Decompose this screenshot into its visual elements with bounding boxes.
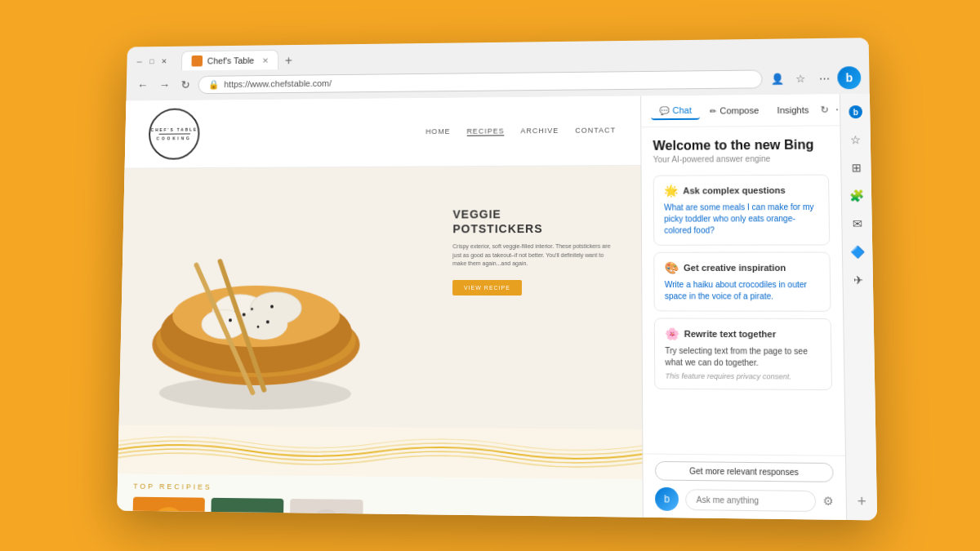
bing-sidebar: 💬 Chat ✏ Compose Insights ↻ ⋯ ✕ Welcome …: [640, 94, 846, 520]
logo-sub: COOKING: [157, 136, 192, 140]
svg-rect-18: [132, 496, 205, 517]
feature-header-1: 🌟 Ask complex questions: [664, 183, 818, 197]
sidebar-footer: Get more relevant responses b ⚙: [643, 453, 846, 519]
tab-title: Chef's Table: [207, 56, 255, 65]
tab-compose-label: Compose: [719, 105, 759, 115]
minimize-button[interactable]: ─: [135, 56, 145, 66]
site-header: CHEF'S TABLE COOKING HOME RECIPES ARCHIV…: [125, 96, 641, 168]
feature-link-2[interactable]: Write a haiku about crocodiles in outer …: [665, 279, 820, 303]
feature-text-3: Try selecting text from the page to see …: [665, 344, 821, 368]
compose-icon: ✏: [710, 106, 716, 115]
welcome-title: Welcome to the new Bing: [653, 137, 828, 153]
welcome-subtitle: Your AI-powered answer engine: [653, 153, 829, 163]
chat-icon: 💬: [659, 105, 669, 114]
feature-title-1: Ask complex questions: [683, 184, 785, 195]
tab-chat[interactable]: 💬 Chat: [651, 101, 700, 119]
tab-insights[interactable]: Insights: [768, 101, 817, 118]
svg-point-20: [158, 513, 178, 518]
sidebar-content: Welcome to the new Bing Your AI-powered …: [641, 126, 845, 455]
add-edge-icon[interactable]: +: [849, 489, 874, 513]
feature-card-creative: 🎨 Get creative inspiration Write a haiku…: [653, 251, 831, 311]
browser-window: ─ □ ✕ Chef's Table ✕ + ← → ↻ 🔒 https://w…: [117, 38, 877, 520]
hero-section: VEGGIEPOTSTICKERS Crispy exterior, soft …: [119, 165, 643, 429]
url-text: https://www.chefstable.com/: [224, 73, 751, 88]
feature-title-2: Get creative inspiration: [684, 262, 786, 272]
nav-home[interactable]: HOME: [425, 127, 451, 136]
logo-divider: [158, 133, 189, 134]
office-edge-icon[interactable]: 🔷: [845, 240, 870, 263]
view-recipe-button[interactable]: VIEW RECIPE: [452, 279, 522, 295]
new-tab-button[interactable]: +: [280, 53, 297, 68]
rewrite-emoji: 🌸: [665, 327, 679, 340]
recipe-title: VEGGIEPOTSTICKERS: [452, 206, 616, 236]
svg-rect-21: [211, 497, 284, 517]
recipe-thumb-1[interactable]: [132, 496, 205, 517]
active-tab[interactable]: Chef's Table ✕: [181, 50, 278, 70]
ask-input[interactable]: [685, 488, 816, 511]
bowl-illustration: [127, 183, 401, 427]
favorites-icon[interactable]: ☆: [791, 68, 811, 87]
questions-emoji: 🌟: [664, 184, 678, 197]
wave-section: [118, 424, 642, 479]
refresh-button[interactable]: ↻: [178, 76, 194, 91]
tab-close-icon[interactable]: ✕: [262, 56, 269, 64]
telegram-edge-icon[interactable]: ✈: [846, 268, 871, 291]
tab-insights-label: Insights: [777, 104, 809, 114]
site-nav: HOME RECIPES ARCHIVE CONTACT: [425, 126, 616, 136]
nav-archive[interactable]: ARCHIVE: [520, 127, 559, 136]
ask-input-row: b ⚙: [655, 487, 834, 513]
svg-rect-22: [219, 514, 275, 518]
feature-header-2: 🎨 Get creative inspiration: [665, 260, 820, 273]
settings-icon[interactable]: ⚙: [822, 494, 834, 508]
svg-text:b: b: [853, 107, 858, 116]
url-bar[interactable]: 🔒 https://www.chefstable.com/: [198, 69, 762, 93]
tab-chat-label: Chat: [672, 104, 692, 114]
bing-edge-icon[interactable]: b: [844, 100, 867, 123]
creative-emoji: 🎨: [665, 260, 679, 273]
nav-contact[interactable]: CONTACT: [575, 126, 616, 135]
feature-note-3: This feature requires privacy consent.: [665, 371, 821, 380]
recipe-description: Crispy exterior, soft veggie-filled inte…: [452, 242, 617, 269]
extensions-edge-icon[interactable]: 🧩: [844, 184, 868, 207]
back-button[interactable]: ←: [134, 77, 151, 92]
top-recipes-title: TOP RECIPIES: [133, 482, 626, 495]
relevant-responses-button[interactable]: Get more relevant responses: [655, 460, 834, 482]
profile-icon[interactable]: 👤: [767, 69, 787, 88]
window-controls: ─ □ ✕: [135, 56, 169, 65]
recipe-thumbnails: [132, 496, 626, 517]
more-icon[interactable]: ⋯: [814, 68, 835, 87]
feature-card-rewrite: 🌸 Rewrite text together Try selecting te…: [654, 318, 832, 390]
edge-icons: b ☆ ⊞ 🧩 ✉ 🔷 ✈ +: [840, 93, 877, 519]
forward-button[interactable]: →: [156, 77, 173, 92]
close-button[interactable]: ✕: [159, 56, 169, 65]
tab-bar: Chef's Table ✕ +: [173, 49, 305, 70]
svg-rect-24: [289, 498, 363, 517]
favorites-edge-icon[interactable]: ☆: [844, 128, 867, 151]
maximize-button[interactable]: □: [147, 56, 157, 66]
site-logo: CHEF'S TABLE COOKING: [148, 108, 199, 159]
tab-compose[interactable]: ✏ Compose: [702, 102, 768, 119]
refresh-sidebar-button[interactable]: ↻: [819, 102, 831, 117]
logo-top: CHEF'S TABLE: [151, 127, 198, 131]
feature-title-3: Rewrite text together: [684, 328, 777, 339]
browser-content: CHEF'S TABLE COOKING HOME RECIPES ARCHIV…: [117, 93, 877, 519]
recipe-thumb-2[interactable]: [211, 497, 284, 517]
nav-recipes[interactable]: RECIPES: [466, 127, 504, 136]
bing-button[interactable]: b: [837, 66, 861, 89]
feature-header-3: 🌸 Rewrite text together: [665, 327, 821, 340]
recipe-info: VEGGIEPOTSTICKERS Crispy exterior, soft …: [452, 206, 617, 295]
collections-edge-icon[interactable]: ⊞: [844, 156, 868, 179]
feature-link-1[interactable]: What are some meals I can make for my pi…: [664, 201, 819, 236]
recipe-thumb-3[interactable]: [289, 498, 363, 517]
tab-favicon: [191, 55, 203, 66]
toolbar-icons: 👤 ☆ ⋯ b: [767, 66, 861, 90]
feature-card-questions: 🌟 Ask complex questions What are some me…: [653, 174, 831, 245]
top-recipes-section: TOP RECIPIES: [117, 473, 643, 517]
browser-chrome: ─ □ ✕ Chef's Table ✕ + ← → ↻ 🔒 https://w…: [126, 38, 869, 100]
outlook-edge-icon[interactable]: ✉: [845, 211, 869, 234]
sidebar-header: 💬 Chat ✏ Compose Insights ↻ ⋯ ✕: [641, 94, 840, 127]
website: CHEF'S TABLE COOKING HOME RECIPES ARCHIV…: [117, 96, 643, 517]
bing-chat-icon: b: [655, 487, 679, 510]
